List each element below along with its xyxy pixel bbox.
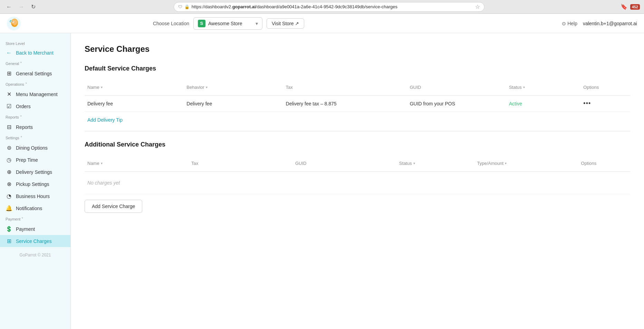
- sidebar-item-orders[interactable]: ☑ Orders: [0, 100, 70, 112]
- page-title: Service Charges: [85, 44, 630, 54]
- delivery-icon: ⊕: [6, 169, 12, 175]
- service-charges-label: Service Charges: [16, 238, 52, 244]
- menu-icon: ✕: [6, 91, 12, 97]
- sidebar-item-dining-options[interactable]: ⊜ Dining Options: [0, 142, 70, 154]
- default-section-title: Default Service Charges: [85, 65, 630, 72]
- location-select[interactable]: S Awesome Store ▾: [193, 17, 262, 30]
- choose-location-label: Choose Location: [153, 21, 189, 26]
- sidebar-item-prep-time[interactable]: ◷ Prep Time: [0, 154, 70, 166]
- name-sort-icon: ▾: [101, 85, 103, 89]
- menu-management-label: Menu Management: [16, 92, 58, 97]
- additional-table-header: Name ▾ Tax GUID Status ▾ Type/Amount ▾ O…: [85, 155, 630, 172]
- default-table: Name ▾ Behavior ▾ Tax GUID Status ▾ Opti…: [85, 79, 630, 128]
- app-header: Choose Location S Awesome Store ▾ Visit …: [0, 14, 644, 33]
- service-charges-icon: ⊞: [6, 238, 12, 244]
- hours-icon: ◔: [6, 193, 12, 199]
- delivery-settings-label: Delivery Settings: [16, 169, 52, 175]
- sidebar: Store Level ← Back to Merchant General ˅…: [0, 33, 71, 329]
- additional-table: Name ▾ Tax GUID Status ▾ Type/Amount ▾ O…: [85, 155, 630, 194]
- sidebar-item-delivery-settings[interactable]: ⊕ Delivery Settings: [0, 166, 70, 178]
- business-hours-label: Business Hours: [16, 194, 50, 199]
- payment-section-label: Payment ˅: [0, 214, 70, 223]
- sidebar-item-menu-management[interactable]: ✕ Menu Management: [0, 88, 70, 100]
- sidebar-item-service-charges[interactable]: ⊞ Service Charges: [0, 235, 70, 247]
- sidebar-item-notifications[interactable]: 🔔 Notifications: [0, 202, 70, 214]
- additional-service-charges-section: Additional Service Charges Name ▾ Tax GU…: [85, 141, 630, 213]
- col-status[interactable]: Status ▾: [506, 82, 580, 93]
- general-section-label: General ˅: [0, 59, 70, 67]
- orders-icon: ☑: [6, 103, 12, 110]
- row-options[interactable]: •••: [580, 97, 630, 110]
- add-col-status[interactable]: Status ▾: [396, 158, 474, 169]
- notifications-label: Notifications: [16, 206, 42, 211]
- row-status: Active: [506, 98, 580, 109]
- add-status-sort-icon: ▾: [413, 161, 415, 165]
- orders-label: Orders: [16, 104, 31, 109]
- add-col-name[interactable]: Name ▾: [85, 158, 189, 169]
- col-behavior[interactable]: Behavior ▾: [184, 82, 283, 93]
- back-label: Back to Merchant: [16, 50, 54, 56]
- sidebar-item-pickup-settings[interactable]: ⊗ Pickup Settings: [0, 178, 70, 190]
- sidebar-footer: GoParrot © 2021: [0, 247, 70, 263]
- add-col-type-amount[interactable]: Type/Amount ▾: [474, 158, 578, 169]
- default-table-header: Name ▾ Behavior ▾ Tax GUID Status ▾ Opti…: [85, 79, 630, 96]
- url-bar[interactable]: 🛡 🔒 https://dashboardv2.goparrot.ai/dash…: [174, 2, 484, 12]
- back-icon: ←: [6, 50, 12, 56]
- pickup-icon: ⊗: [6, 181, 12, 187]
- reports-label: Reports: [16, 124, 33, 130]
- sidebar-item-general-settings[interactable]: ⊞ General Settings: [0, 67, 70, 79]
- add-service-charge-button[interactable]: Add Service Charge: [85, 200, 142, 213]
- visit-store-button[interactable]: Visit Store ↗: [267, 18, 304, 29]
- col-tax: Tax: [283, 82, 407, 93]
- user-email: valentin.b+1@goparrot.ai: [583, 21, 637, 26]
- help-button[interactable]: ⊙ Help: [562, 21, 577, 26]
- location-icon: S: [198, 20, 205, 27]
- back-button[interactable]: ←: [4, 2, 14, 11]
- col-guid: GUID: [407, 82, 506, 93]
- store-level-label: Store Level: [0, 39, 70, 47]
- logo: [7, 17, 21, 30]
- operations-section-label: Operations ˅: [0, 79, 70, 88]
- add-col-guid: GUID: [292, 158, 396, 169]
- clock-icon: ◷: [6, 157, 12, 163]
- shield-icon: 🛡: [178, 4, 182, 9]
- col-options: Options: [580, 82, 630, 93]
- chevron-down-icon: ▾: [256, 21, 258, 26]
- reports-icon: ⊟: [6, 124, 12, 130]
- lock-icon: 🔒: [184, 4, 190, 9]
- sidebar-item-reports[interactable]: ⊟ Reports: [0, 121, 70, 133]
- dining-icon: ⊜: [6, 144, 12, 151]
- pocket-icon[interactable]: 🔖: [621, 3, 627, 10]
- help-icon: ⊙: [562, 21, 566, 26]
- header-center: Choose Location S Awesome Store ▾ Visit …: [153, 17, 305, 30]
- add-name-sort-icon: ▾: [101, 161, 103, 165]
- additional-section-title: Additional Service Charges: [85, 141, 630, 148]
- main-content: Service Charges Default Service Charges …: [71, 33, 644, 329]
- no-charges-label: No charges yet: [85, 173, 189, 192]
- app-layout: Store Level ← Back to Merchant General ˅…: [0, 33, 644, 329]
- forward-button[interactable]: →: [17, 2, 26, 11]
- options-menu-button[interactable]: •••: [583, 100, 591, 107]
- extension-badge: 452: [630, 4, 640, 10]
- table-row: Delivery fee Delivery fee Delivery fee t…: [85, 96, 630, 112]
- settings-section-label: Settings ˅: [0, 133, 70, 142]
- col-name[interactable]: Name ▾: [85, 82, 184, 93]
- reports-section-label: Reports ˅: [0, 112, 70, 121]
- payment-icon: 💲: [6, 226, 12, 232]
- header-right: ⊙ Help valentin.b+1@goparrot.ai: [562, 21, 637, 26]
- row-behavior: Delivery fee: [184, 98, 283, 109]
- payment-label: Payment: [16, 226, 35, 232]
- grid-icon: ⊞: [6, 70, 12, 77]
- refresh-button[interactable]: ↻: [29, 2, 38, 11]
- row-guid: GUID from your POS: [407, 98, 506, 109]
- add-col-options: Options: [578, 158, 630, 169]
- sidebar-item-back[interactable]: ← Back to Merchant: [0, 47, 70, 59]
- bookmark-icon[interactable]: ☆: [475, 3, 480, 10]
- add-delivery-tip-link[interactable]: Add Delivery Tip: [85, 112, 125, 128]
- add-col-tax: Tax: [189, 158, 292, 169]
- behavior-sort-icon: ▾: [206, 85, 208, 89]
- empty-state-row: No charges yet: [85, 172, 630, 194]
- add-type-sort-icon: ▾: [505, 161, 507, 165]
- sidebar-item-payment[interactable]: 💲 Payment: [0, 223, 70, 235]
- sidebar-item-business-hours[interactable]: ◔ Business Hours: [0, 190, 70, 202]
